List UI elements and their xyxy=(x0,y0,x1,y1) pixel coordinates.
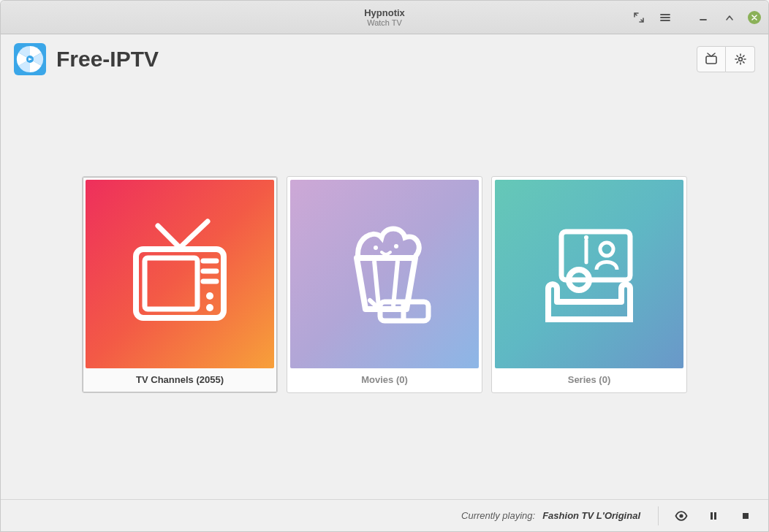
svg-rect-1 xyxy=(706,56,716,64)
bottom-separator xyxy=(658,506,659,525)
app-window: Hypnotix Watch TV xyxy=(0,0,769,532)
providers-button[interactable] xyxy=(697,46,726,72)
svg-point-9 xyxy=(206,304,213,311)
titlebar: Hypnotix Watch TV xyxy=(1,1,768,34)
now-playing-label: Currently playing: xyxy=(461,510,535,521)
preferences-button[interactable] xyxy=(726,46,755,72)
stop-icon xyxy=(740,511,751,521)
stop-button[interactable] xyxy=(733,505,758,527)
svg-rect-4 xyxy=(145,258,197,309)
svg-line-12 xyxy=(374,261,379,306)
window-subtitle: Watch TV xyxy=(367,18,402,27)
svg-point-18 xyxy=(600,243,613,256)
bottom-bar: Currently playing: Fashion TV L'Original xyxy=(1,499,768,531)
header-actions xyxy=(697,46,755,72)
pause-icon xyxy=(708,511,719,521)
close-icon xyxy=(751,14,758,21)
fullscreen-icon xyxy=(633,12,645,23)
pause-button[interactable] xyxy=(701,505,726,527)
category-label-tv: TV Channels (2055) xyxy=(136,374,224,385)
category-cards: TV Channels (2055) xyxy=(82,176,687,393)
window-maximize-button[interactable] xyxy=(717,7,742,28)
minimize-icon xyxy=(698,12,708,23)
window-title: Hypnotix xyxy=(364,7,405,18)
window-close-button[interactable] xyxy=(748,11,761,24)
maximize-icon xyxy=(725,13,734,22)
eye-icon xyxy=(675,509,688,522)
category-card-series[interactable]: Series (0) xyxy=(491,176,687,393)
pinwheel-icon xyxy=(14,43,46,75)
provider-name: Free-IPTV xyxy=(56,47,159,72)
tv-large-icon xyxy=(121,216,238,332)
fullscreen-button[interactable] xyxy=(626,7,651,28)
content-header: Free-IPTV xyxy=(1,34,768,84)
category-label-movies: Movies (0) xyxy=(361,374,408,385)
gear-icon xyxy=(734,53,747,66)
category-label-series: Series (0) xyxy=(568,374,611,385)
window-minimize-button[interactable] xyxy=(691,7,716,28)
popcorn-icon xyxy=(326,216,443,332)
svg-point-8 xyxy=(206,292,213,300)
svg-point-22 xyxy=(679,514,683,517)
watch-tv-icon xyxy=(531,216,648,332)
hamburger-icon xyxy=(659,12,671,23)
svg-rect-23 xyxy=(711,512,713,520)
svg-point-10 xyxy=(374,246,378,250)
svg-point-20 xyxy=(584,235,588,240)
category-card-tv[interactable]: TV Channels (2055) xyxy=(82,176,278,393)
category-card-movies[interactable]: Movies (0) xyxy=(287,176,482,393)
now-playing-title: Fashion TV L'Original xyxy=(542,510,640,521)
show-video-button[interactable] xyxy=(669,505,694,527)
tv-icon xyxy=(705,53,718,66)
category-thumb-series xyxy=(495,180,683,368)
svg-point-2 xyxy=(738,58,742,61)
category-thumb-tv xyxy=(86,180,274,368)
svg-rect-24 xyxy=(714,512,716,520)
svg-point-11 xyxy=(394,244,398,248)
menu-button[interactable] xyxy=(653,7,678,28)
svg-rect-25 xyxy=(743,513,749,519)
app-logo xyxy=(14,43,46,75)
main-area: TV Channels (2055) xyxy=(1,84,768,499)
category-thumb-movies xyxy=(290,180,479,368)
